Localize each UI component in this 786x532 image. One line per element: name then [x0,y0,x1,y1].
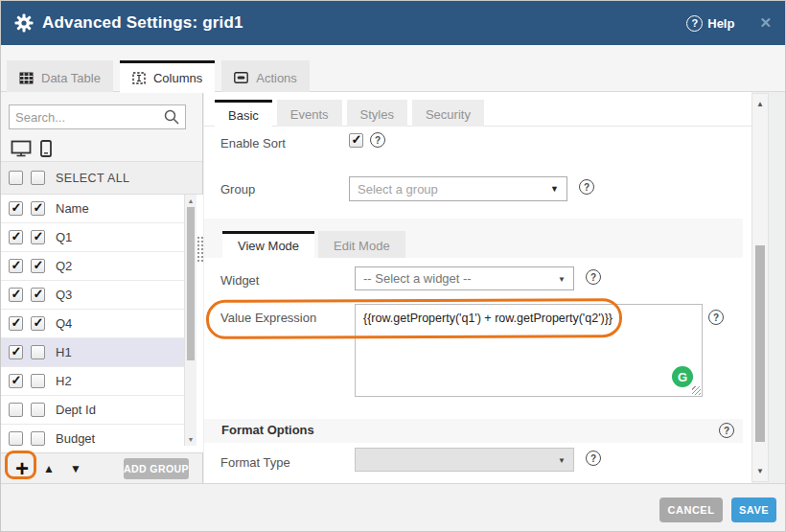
desktop-checkbox[interactable] [9,345,23,359]
mobile-checkbox[interactable] [31,316,45,331]
search-input[interactable] [15,110,164,125]
column-name-label: Q1 [56,223,72,252]
column-name-label: H1 [56,338,72,367]
dialog-body: SELECT ALL Name Q1 Q2 [1,92,786,483]
mobile-checkbox[interactable] [31,431,45,446]
column-row-name[interactable]: Name [1,195,184,223]
search-box [9,104,186,129]
chevron-down-icon: ▼ [558,455,566,464]
column-name-label: Q3 [56,281,72,310]
widget-select[interactable]: -- Select a widget -- ▼ [355,266,574,290]
tab-label: Columns [153,71,202,85]
add-group-button[interactable]: ADD GROUP [124,458,189,479]
grammarly-icon[interactable]: G [672,366,693,387]
resize-handle[interactable] [692,386,701,395]
column-row-q2[interactable]: Q2 [1,252,184,281]
format-options-help-icon[interactable]: ? [719,423,734,438]
scroll-up-icon[interactable]: ▲ [185,197,196,204]
select-all-row[interactable]: SELECT ALL [1,162,202,195]
help-button[interactable]: ? Help [686,15,734,32]
save-button[interactable]: SAVE [731,497,776,522]
tab-view-mode[interactable]: View Mode [222,231,314,258]
format-type-select[interactable]: ▼ [355,448,574,472]
desktop-icon[interactable] [11,140,32,157]
scrollbar-thumb[interactable] [187,207,195,360]
scroll-down-icon[interactable]: ▼ [185,436,196,443]
main-tab-strip: Data Table Columns Actions [1,45,785,92]
mobile-checkbox[interactable] [31,374,45,388]
columns-icon [132,72,146,84]
mobile-checkbox[interactable] [31,288,45,302]
widget-help-icon[interactable]: ? [586,269,601,285]
tab-label: Edit Mode [334,239,390,253]
column-name-label: H2 [56,367,72,396]
move-down-icon[interactable]: ▼ [70,462,81,475]
help-label: Help [707,16,734,31]
enable-sort-checkbox[interactable] [349,133,363,148]
data-table-icon [19,72,34,84]
tab-events[interactable]: Events [277,100,342,127]
value-expression-textarea[interactable]: {{row.getProperty('q1') + row.getPropert… [355,304,703,397]
panel-splitter-handle[interactable] [196,236,205,262]
desktop-checkbox[interactable] [9,374,23,388]
column-row-q3[interactable]: Q3 [1,281,184,310]
scroll-up-icon[interactable]: ▲ [752,100,768,108]
mobile-checkbox[interactable] [31,403,45,417]
tab-columns[interactable]: Columns [120,60,215,93]
tab-styles[interactable]: Styles [347,100,407,127]
desktop-checkbox[interactable] [9,288,23,302]
group-dropdown[interactable]: Select a group ▼ [349,176,567,201]
desktop-checkbox[interactable] [9,230,23,244]
enable-sort-help-icon[interactable]: ? [370,132,385,148]
add-column-button[interactable]: + [11,456,34,481]
mobile-checkbox[interactable] [31,230,45,244]
desktop-checkbox[interactable] [9,316,23,331]
cancel-button[interactable]: CANCEL [659,497,723,522]
desktop-checkbox[interactable] [9,259,23,273]
value-expression-text: {{row.getProperty('q1') + row.getPropert… [363,311,694,326]
column-row-q4[interactable]: Q4 [1,310,184,338]
column-name-label: Budget [56,425,95,452]
scroll-down-icon[interactable]: ▼ [752,467,768,475]
group-help-icon[interactable]: ? [579,179,594,195]
format-type-help-icon[interactable]: ? [586,451,601,466]
column-row-budget[interactable]: Budget [1,425,184,452]
mode-tab-strip: View Mode Edit Mode [204,219,743,258]
mobile-icon[interactable] [40,140,52,157]
column-name-label: Dept Id [56,396,96,425]
tab-label: Actions [256,71,297,85]
column-name-label: Q2 [56,252,72,281]
tab-actions[interactable]: Actions [221,60,310,92]
select-all-mobile-checkbox[interactable] [31,171,45,185]
value-expression-label: Value Expression [220,311,316,325]
column-name-label: Name [56,195,89,223]
tab-label: Events [290,107,329,122]
group-value: Select a group [358,182,438,197]
close-icon[interactable]: ✕ [759,14,772,32]
column-settings-panel: Basic Events Styles Security Enable Sort… [204,92,751,483]
desktop-checkbox[interactable] [9,403,23,417]
tab-data-table[interactable]: Data Table [7,60,113,92]
scrollbar-thumb[interactable] [755,245,765,442]
column-row-h2[interactable]: H2 [1,367,184,396]
mobile-checkbox[interactable] [31,259,45,273]
tab-edit-mode[interactable]: Edit Mode [318,231,405,258]
value-expression-help-icon[interactable]: ? [708,310,724,325]
desktop-checkbox[interactable] [9,201,23,216]
mobile-checkbox[interactable] [31,345,45,359]
settings-panel-scrollbar[interactable]: ▲ ▼ [751,93,769,482]
column-row-dept-id[interactable]: Dept Id [1,396,184,425]
advanced-settings-dialog: Advanced Settings: grid1 ? Help ✕ Data T… [0,0,786,532]
desktop-checkbox[interactable] [9,431,23,446]
tab-security[interactable]: Security [412,100,484,127]
tab-label: View Mode [238,239,299,253]
widget-value: -- Select a widget -- [363,271,472,286]
column-row-q1[interactable]: Q1 [1,223,184,252]
dialog-header: Advanced Settings: grid1 ? Help ✕ [1,1,785,45]
column-row-h1[interactable]: H1 [1,338,184,367]
tab-basic[interactable]: Basic [215,100,272,127]
mobile-checkbox[interactable] [31,201,45,216]
columns-list-scrollbar[interactable]: ▲ ▼ [184,195,196,446]
select-all-desktop-checkbox[interactable] [9,171,23,185]
move-up-icon[interactable]: ▲ [43,462,55,475]
